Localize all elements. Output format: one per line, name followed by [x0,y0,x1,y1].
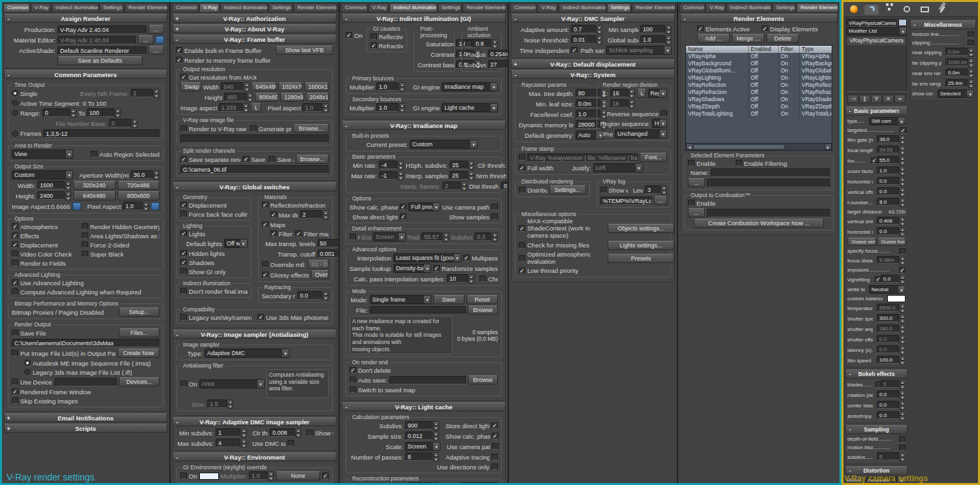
spinner-arrows[interactable]: ▴▾ [468,171,474,180]
button-objects-settings[interactable]: Objects settings... [608,224,674,233]
spinner-arrows[interactable]: ▴▾ [900,390,906,399]
spinner-down-icon[interactable]: ▾ [968,52,974,57]
spinner-field[interactable]: 1.5 [207,399,227,408]
spinner-field[interactable]: 1 [216,428,240,437]
checkbox[interactable]: ✓ [900,127,906,134]
scrollbar-thumb[interactable] [693,144,785,149]
button-x[interactable]: ... [654,196,667,205]
checkbox-glossy-effects[interactable]: ✓ [262,272,269,278]
dropdown-unchanged[interactable]: Unchanged▾ [615,129,667,138]
button-l[interactable]: L [637,89,646,98]
rollout-scripts[interactable]: +Scripts [4,424,167,433]
configure-modifier-sets-icon[interactable]: ≡ [894,95,906,103]
checkbox-save-rgb[interactable]: ✓ [242,156,249,163]
spinner-down-icon[interactable]: ▾ [900,360,906,365]
checkbox-optimized-atmospheric-evaluation[interactable] [519,255,525,262]
tab-common[interactable]: Common [510,3,537,12]
checkbox-super-black[interactable] [82,251,88,257]
spinner-down-icon[interactable]: ▾ [900,329,906,334]
spinner-down-icon[interactable]: ▾ [143,206,149,211]
tab-indirect-illumination[interactable]: Indirect illumination [389,3,437,12]
spinner-arrows[interactable]: ▴▾ [433,421,439,430]
checkbox-on[interactable] [465,40,472,47]
checkbox-don-t-delete[interactable]: ✓ [350,367,356,373]
spinner-field[interactable]: 0.0 [877,411,899,419]
horizontal-scrollbar[interactable]: ◂▸ [686,143,832,150]
spinner-field[interactable]: 0.0m [945,69,968,76]
spinner-up-icon[interactable]: ▴ [900,304,906,308]
checkbox-atmospherics[interactable]: ✓ [12,223,18,230]
text-field[interactable]: 1,3,5-12 [43,129,159,138]
spinner-down-icon[interactable]: ▾ [241,443,247,448]
spinner-up-icon[interactable]: ▴ [433,431,439,436]
button-720x486[interactable]: 720x486 [118,181,160,190]
spinner-field[interactable]: 0.0 [877,345,899,353]
spinner-up-icon[interactable]: ▴ [323,103,329,108]
checkbox[interactable] [491,454,498,460]
object-color-swatch[interactable] [898,19,907,26]
spinner-arrows[interactable]: ▴▾ [323,103,329,112]
spinner-up-icon[interactable]: ▴ [900,275,906,279]
spinner-down-icon[interactable]: ▾ [900,339,906,344]
spinner-up-icon[interactable]: ▴ [900,380,906,384]
rollout-v-ray-system[interactable]: -V-Ray:: System [511,70,675,79]
spinner-field[interactable]: 300.0 [877,314,899,322]
checkbox-get-resolution-from-max[interactable]: ✓ [180,74,187,80]
checkbox-filter-maps-for-gi[interactable]: ✓ [295,230,302,237]
button-01-default[interactable]: 01 - Default [308,260,329,269]
spinner-down-icon[interactable]: ▾ [154,175,159,180]
spinner-field[interactable]: 900 [405,421,433,430]
spinner-up-icon[interactable]: ▴ [900,256,906,260]
spinner-field[interactable]: 3 [645,185,661,194]
spinner-up-icon[interactable]: ▴ [900,217,906,221]
tab-indirect-illumination[interactable]: Indirect illumination [559,3,606,12]
checkbox-on[interactable] [350,234,356,240]
dropdown-nearest[interactable]: Nearest▾ [461,482,498,483]
checkbox[interactable]: ✓ [899,267,906,274]
spinner-down-icon[interactable]: ▾ [492,237,498,242]
spinner-field[interactable]: 8.0 [877,198,899,206]
checkbox-render-to-memory-frame-buffer[interactable]: ✓ [176,57,182,63]
checkbox[interactable]: ✓ [491,422,498,429]
spinner-arrows[interactable]: ▴▾ [154,170,159,180]
rollout-basic-parameters[interactable]: -Basic parameters [845,106,907,116]
button-800x600[interactable]: 800x600 [255,93,278,102]
checkbox-force-2-sided[interactable] [82,242,88,248]
tab-settings[interactable]: Settings [772,3,796,12]
dropdown-hilbert-curve[interactable]: Hilbert curve▾ [652,119,667,128]
scrollbar-track[interactable] [785,144,825,150]
checkbox[interactable] [519,154,525,161]
checkbox[interactable] [287,440,294,446]
lock-icon[interactable] [155,36,164,44]
spinner-field[interactable]: 0.2 [501,181,508,190]
table-row[interactable]: VRayShadowsOffOnVRayShadowsC: [686,96,832,103]
spinner-arrows[interactable]: ▴▾ [900,452,906,462]
spinner-down-icon[interactable]: ▾ [461,186,467,191]
spinner-arrows[interactable]: ▴▾ [900,146,906,155]
spinner-up-icon[interactable]: ▴ [661,185,667,190]
spinner-field[interactable]: 0.01 [571,35,596,44]
spinner-arrows[interactable]: ▴▾ [399,103,405,112]
dropdown-least-squares-fit-good-smooth[interactable]: Least squares fit (good/smooth▾ [393,253,461,262]
spinner-field[interactable]: 25 [449,161,468,169]
make-unique-icon[interactable]: ∀ [871,95,882,103]
modifier-stack-item[interactable]: VRayPhysicalCamera [847,37,906,45]
spinner-field[interactable]: 100.0 [877,356,899,364]
spinner-arrows[interactable]: ▴▾ [243,103,249,112]
checkbox[interactable] [899,436,906,443]
spinner-up-icon[interactable]: ▴ [900,156,906,161]
spinner-down-icon[interactable]: ▾ [468,279,474,283]
spinner-up-icon[interactable]: ▴ [596,35,602,40]
spinner-arrows[interactable]: ▴▾ [900,411,906,420]
tab-v-ray[interactable]: V-Ray [538,3,558,12]
text-field[interactable] [707,179,830,187]
rollout-email-notifications[interactable]: +Email Notifications [4,413,167,422]
text-field[interactable] [370,306,466,315]
checkbox-max-depth[interactable]: ✓ [270,211,277,218]
checkbox-maps[interactable]: ✓ [262,221,269,228]
spinner-down-icon[interactable]: ▾ [247,97,253,102]
dropdown-modifier-list[interactable]: Modifier List▾ [846,27,907,35]
spinner-up-icon[interactable]: ▴ [244,82,250,87]
spinner-up-icon[interactable]: ▴ [900,345,906,350]
spinner-arrows[interactable]: ▴▾ [900,380,906,389]
